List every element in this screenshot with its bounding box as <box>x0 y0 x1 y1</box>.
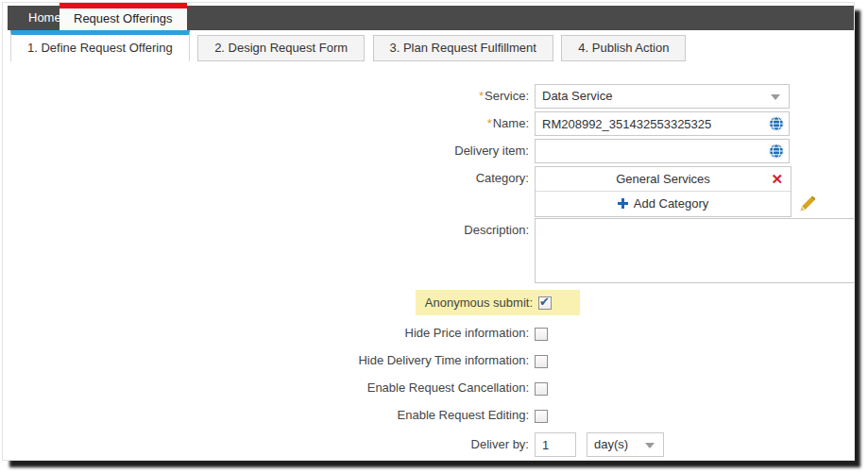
enable-editing-checkbox[interactable] <box>535 410 548 423</box>
anonymous-submit-highlight: Anonymous submit: <box>416 290 580 315</box>
anonymous-submit-checkbox[interactable] <box>538 296 552 310</box>
deliver-by-unit-select[interactable]: day(s) <box>587 432 664 457</box>
anonymous-submit-row: Anonymous submit: <box>3 290 854 315</box>
tab-design-request-form[interactable]: 2. Design Request Form <box>197 35 365 61</box>
enable-cancellation-row: Enable Request Cancellation: <box>3 378 854 398</box>
remove-category-x-icon[interactable]: ✕ <box>771 167 783 192</box>
deliver-by-input[interactable] <box>535 432 576 457</box>
name-row: *Name: <box>3 111 854 136</box>
hide-delivery-time-row: Hide Delivery Time information: <box>3 350 854 371</box>
category-list: General Services ✕ Add Category <box>535 166 791 217</box>
add-category-button[interactable]: Add Category <box>536 192 791 216</box>
category-label: Category: <box>3 166 529 185</box>
description-row: Description: <box>3 218 854 287</box>
hide-delivery-time-label: Hide Delivery Time information: <box>3 350 529 367</box>
anonymous-submit-label: Anonymous submit: <box>425 296 533 310</box>
hide-delivery-time-checkbox[interactable] <box>535 355 548 368</box>
define-request-offering-form: *Service: Data Service *Name: <box>3 61 854 460</box>
category-row: Category: General Services ✕ Add Categor… <box>3 166 854 217</box>
main-tab-bar: Home Request Offerings <box>8 6 854 30</box>
required-asterisk: * <box>479 89 484 103</box>
hide-price-row: Hide Price information: <box>3 323 854 344</box>
enable-editing-label: Enable Request Editing: <box>3 405 529 422</box>
name-input[interactable] <box>535 111 790 136</box>
edit-categories-pencil-icon[interactable] <box>799 195 816 212</box>
tab-plan-request-fulfillment[interactable]: 3. Plan Request Fulfillment <box>373 35 553 61</box>
deliver-by-row: Deliver by: day(s) <box>3 432 854 457</box>
wizard-tab-bar: 1. Define Request Offering 2. Design Req… <box>3 30 854 61</box>
plus-icon <box>618 198 628 209</box>
category-item: General Services ✕ <box>536 167 791 192</box>
enable-cancellation-label: Enable Request Cancellation: <box>3 378 529 395</box>
required-asterisk: * <box>487 116 492 130</box>
tab-request-offerings[interactable]: Request Offerings <box>60 3 187 30</box>
enable-cancellation-checkbox[interactable] <box>535 382 548 396</box>
description-textarea[interactable] <box>535 218 855 283</box>
service-label: *Service: <box>3 84 529 103</box>
globe-icon[interactable] <box>769 144 784 159</box>
tab-define-request-offering[interactable]: 1. Define Request Offering <box>10 30 190 61</box>
hide-price-label: Hide Price information: <box>3 323 529 340</box>
delivery-item-row: Delivery item: <box>3 139 854 163</box>
name-label: *Name: <box>3 111 529 130</box>
application-window: Home Request Offerings 1. Define Request… <box>2 2 855 461</box>
deliver-by-label: Deliver by: <box>3 432 529 451</box>
service-select[interactable]: Data Service <box>535 84 790 109</box>
globe-icon[interactable] <box>769 116 784 131</box>
hide-price-checkbox[interactable] <box>535 328 548 341</box>
delivery-item-label: Delivery item: <box>3 139 529 158</box>
delivery-item-input[interactable] <box>535 139 790 163</box>
enable-editing-row: Enable Request Editing: <box>3 405 854 426</box>
tab-publish-action[interactable]: 4. Publish Action <box>561 35 686 61</box>
service-row: *Service: Data Service <box>3 84 854 109</box>
description-label: Description: <box>3 218 529 237</box>
